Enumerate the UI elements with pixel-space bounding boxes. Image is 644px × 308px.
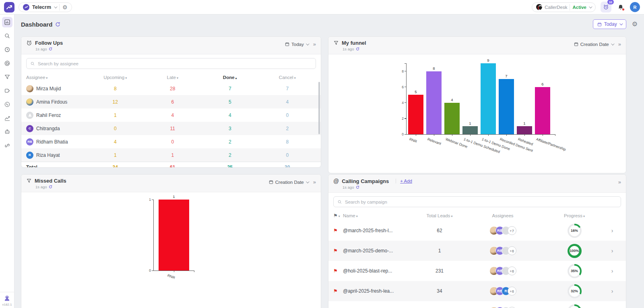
refresh-icon[interactable]	[49, 47, 52, 51]
sidebar-item-whatsapp[interactable]	[2, 99, 12, 110]
late-count: 6	[144, 99, 202, 105]
expand-panel-icon[interactable]: »	[618, 179, 621, 185]
progress-value: 16%	[569, 225, 580, 236]
table-row[interactable]: RBRidham Bhatia 4 0 2 8	[21, 135, 321, 148]
sidebar-item-dashboard[interactable]	[2, 17, 12, 27]
row-chevron-icon[interactable]: ›	[609, 248, 616, 254]
expand-panel-icon[interactable]: »	[618, 41, 621, 47]
progress-ring: 100%	[568, 244, 582, 258]
followups-date-filter[interactable]: Today	[285, 42, 308, 47]
calendar-icon	[597, 22, 602, 27]
chevron-down-icon	[589, 5, 592, 8]
updated-label: 1s ago	[35, 47, 47, 51]
sidebar-item-search[interactable]	[2, 31, 12, 41]
sidebar-item-integrations[interactable]	[2, 140, 12, 151]
done-count: 4	[201, 112, 259, 118]
missed-calls-bar-chart: 011RNR	[153, 200, 198, 271]
calling-campaigns-card: @ Calling Campaigns + Add 1s ago » ⚑▾ Na…	[328, 174, 626, 308]
col-done[interactable]: Done▴	[201, 75, 259, 80]
col-flag[interactable]: ⚑▾	[333, 213, 343, 219]
sidebar-item-history[interactable]	[2, 44, 12, 55]
col-upcoming[interactable]: Upcoming▾	[87, 75, 144, 80]
sidebar-item-mentions[interactable]	[2, 58, 12, 69]
campaign-name: @holi-2025-blast-rep...	[343, 268, 414, 274]
search-icon	[30, 61, 35, 66]
done-count: 5	[201, 99, 259, 105]
progress-value: 32%	[569, 286, 580, 297]
table-row[interactable]: ⚑ @april-2025-demo-ai 5 RB+7 60% ›	[328, 301, 626, 308]
sidebar-item-bot[interactable]	[2, 127, 12, 137]
table-row[interactable]: CChitrangda 0 11 3 2	[21, 122, 321, 135]
progress-value: 100%	[570, 246, 579, 256]
refresh-icon[interactable]	[356, 185, 359, 189]
funnel-date-filter[interactable]: Creation Date	[574, 42, 613, 47]
bar-1-to-1-demo-scheduled	[462, 126, 478, 134]
table-row[interactable]: ⚑ @holi-2025-blast-rep... 231 RB+8 35% ›	[328, 261, 626, 281]
search-icon	[337, 200, 342, 204]
row-chevron-icon[interactable]: ›	[609, 288, 616, 294]
campaigns-search[interactable]	[333, 196, 621, 207]
support-agent-icon[interactable]	[4, 295, 10, 302]
col-total-leads[interactable]: Total Leads▾	[414, 213, 465, 218]
my-funnel-card: My funnel 1s ago Creation Date » 024685R…	[328, 36, 626, 173]
done-count: 7	[201, 86, 259, 92]
col-assignee[interactable]: Assignee▾	[26, 75, 87, 80]
assignee-name: Amina Firdous	[36, 99, 67, 105]
followups-scrollbar[interactable]	[318, 82, 320, 134]
table-row[interactable]: ⚑ @march-2025-demo-... 1 RB+8 100% ›	[328, 241, 626, 261]
funnel-icon	[26, 178, 32, 184]
assignees-avatars: RB+8	[465, 266, 540, 275]
workspace-switcher[interactable]: Telecrm ⚙	[19, 2, 72, 12]
table-row[interactable]: ⚑ @march-2025-fresh-l... 62 RB+7 16% ›	[328, 221, 626, 241]
col-late[interactable]: Late▾	[144, 75, 202, 80]
followups-search[interactable]	[26, 58, 316, 69]
updated-label: 1s ago	[343, 47, 354, 51]
followups-total-row: Total 34 61 25 30	[21, 162, 321, 168]
col-progress[interactable]: Progress▾	[540, 213, 609, 218]
dashboard-settings-icon[interactable]: ⚙	[632, 21, 638, 27]
funnel-icon	[4, 74, 10, 80]
callerdesk-logo-icon	[536, 4, 542, 10]
row-chevron-icon[interactable]: ›	[609, 268, 616, 274]
followups-table-header: Assignee▾ Upcoming▾ Late▾ Done▴ Cancel▾	[21, 73, 321, 82]
late-count: 4	[144, 112, 202, 118]
campaign-name: @april-2025-fresh-lea...	[343, 288, 414, 294]
expand-panel-icon[interactable]: »	[313, 179, 316, 185]
notifications-button[interactable]	[616, 3, 625, 12]
version-label: v182.1	[2, 303, 12, 306]
callerdesk-status[interactable]: CallerDesk Active	[532, 2, 596, 12]
refresh-icon[interactable]	[49, 185, 52, 189]
reminders-button[interactable]: 10	[601, 2, 611, 12]
campaigns-table-header: ⚑▾ Name▾ Total Leads▾ Assignees Progress…	[328, 211, 626, 221]
assignees-extra-count: +8	[508, 246, 516, 255]
page-refresh-icon[interactable]	[55, 22, 60, 27]
table-row[interactable]: ⚑ @april-2025-fresh-lea... 34 RBR+8 32% …	[328, 281, 626, 301]
app-logo-icon[interactable]	[4, 2, 14, 12]
table-row[interactable]: Rahil Feroz 1 4 4 0	[21, 108, 321, 122]
col-cancel[interactable]: Cancel▾	[259, 75, 316, 80]
total-leads: 1	[414, 248, 465, 254]
workspace-settings-icon[interactable]: ⚙	[62, 4, 68, 10]
assignees-avatars: RBR+8	[465, 287, 540, 296]
campaigns-search-input[interactable]	[345, 200, 617, 204]
table-row[interactable]: RRiza Hayat 1 1 2 0	[21, 148, 321, 162]
sidebar-item-tags[interactable]	[2, 85, 12, 96]
sidebar-item-analytics[interactable]	[2, 113, 12, 123]
page-title: Dashboard	[21, 21, 52, 28]
page-date-filter[interactable]: Today	[593, 19, 626, 29]
assignee-name: Ridham Bhatia	[36, 139, 68, 145]
late-count: 11	[144, 126, 202, 131]
add-campaign-link[interactable]: + Add	[396, 179, 412, 183]
user-avatar[interactable]: R	[630, 2, 640, 12]
col-assignees: Assignees	[465, 213, 540, 218]
table-row[interactable]: Amina Firdous 12 6 5 4	[21, 95, 321, 108]
col-name[interactable]: Name▾	[343, 213, 414, 218]
missedcalls-date-filter[interactable]: Creation Date	[269, 180, 308, 185]
table-row[interactable]: Mirza Mujid 8 28 7 7	[21, 82, 321, 95]
done-count: 3	[201, 126, 259, 131]
followups-search-input[interactable]	[38, 61, 312, 66]
expand-panel-icon[interactable]: »	[313, 41, 316, 47]
sidebar-item-funnel[interactable]	[2, 72, 12, 82]
row-chevron-icon[interactable]: ›	[609, 227, 616, 234]
refresh-icon[interactable]	[356, 47, 359, 51]
